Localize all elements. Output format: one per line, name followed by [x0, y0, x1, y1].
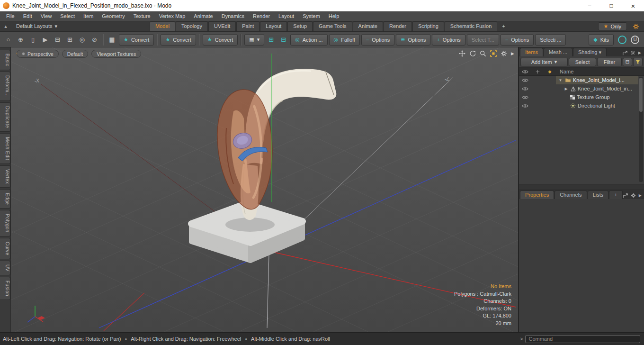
3d-viewport[interactable]: -X -Z — [11, 47, 518, 332]
mirror-tool-icon[interactable]: ⊟ — [52, 35, 63, 45]
tab-paint[interactable]: Paint — [236, 21, 259, 31]
eye-icon[interactable] — [522, 95, 528, 100]
radial-tool-icon[interactable]: ◎ — [77, 35, 88, 45]
menu-view[interactable]: View — [36, 11, 56, 21]
menu-item[interactable]: Item — [79, 11, 98, 21]
panel-gear-icon[interactable] — [631, 193, 636, 198]
menu-help[interactable]: Help — [324, 11, 344, 21]
filter-funnel-button[interactable] — [633, 58, 643, 66]
tree-scrollbar-thumb[interactable] — [639, 78, 643, 112]
camera-view-button[interactable]: Perspective — [17, 50, 59, 58]
sync-status-icon[interactable] — [618, 36, 626, 44]
menu-geometry[interactable]: Geometry — [98, 11, 129, 21]
collapse-all-button[interactable]: ⊟ — [623, 58, 632, 66]
cursor-tool-icon[interactable]: ▶ — [40, 35, 51, 45]
tab-scripting[interactable]: Scripting — [412, 21, 444, 31]
capsule-tool-icon[interactable]: ▯ — [27, 35, 38, 45]
tab-mesh-ops[interactable]: Mesh ... — [544, 48, 572, 56]
tab-uvedit[interactable]: UVEdit — [208, 21, 236, 31]
tree-row-texture-group[interactable]: Texture Group — [519, 93, 644, 101]
popout-icon[interactable] — [623, 51, 627, 55]
options-button-4[interactable]: ≡ Options — [501, 34, 534, 45]
maximize-button[interactable]: □ — [600, 0, 622, 11]
tree-row-group[interactable]: ▼ Knee_Joint_Model_i... — [519, 76, 644, 84]
sidebar-tab-uv[interactable]: UV — [0, 261, 10, 275]
tab-setup[interactable]: Setup — [287, 21, 313, 31]
tree-scrollbar[interactable] — [639, 77, 643, 182]
select-through-button[interactable]: Select T... — [467, 34, 499, 45]
close-button[interactable]: × — [622, 0, 644, 11]
menu-dynamics[interactable]: Dynamics — [217, 11, 249, 21]
menu-layout[interactable]: Layout — [274, 11, 298, 21]
add-panel-tab-button[interactable]: + — [609, 191, 622, 199]
array-tool-icon[interactable]: ⊞ — [64, 35, 75, 45]
options-button-2[interactable]: ⊕ Options — [396, 34, 430, 45]
tab-shading[interactable]: Shading ▾ — [573, 48, 607, 56]
orbit-icon[interactable] — [469, 50, 476, 57]
tab-render[interactable]: Render — [384, 21, 412, 31]
tab-layout[interactable]: Layout — [260, 21, 287, 31]
eye-icon[interactable] — [522, 87, 528, 91]
command-input[interactable] — [525, 335, 640, 343]
menu-edit[interactable]: Edit — [19, 11, 36, 21]
panel-arrow-icon[interactable]: ▶ — [638, 51, 641, 55]
panel-arrow-icon[interactable]: ▶ — [639, 193, 642, 198]
tab-game-tools[interactable]: Game Tools — [313, 21, 352, 31]
layouts-home-icon[interactable]: ▴ — [0, 21, 11, 31]
primitive-dropdown[interactable]: ▦ ▾ — [244, 34, 264, 45]
replicate-tool-icon[interactable]: ⊟ — [278, 35, 289, 45]
menu-system[interactable]: System — [298, 11, 324, 21]
sidebar-tab-polygon[interactable]: Polygon — [0, 210, 10, 236]
action-center-button[interactable]: ◎ Action ... — [290, 34, 327, 45]
tab-channels[interactable]: Channels — [555, 191, 587, 199]
sidebar-tab-mesh-edit[interactable]: Mesh Edit — [0, 133, 10, 164]
zoom-icon[interactable] — [480, 50, 486, 57]
user-account-icon[interactable]: U — [631, 36, 639, 44]
tab-properties[interactable]: Properties — [520, 191, 554, 199]
tree-row-mesh[interactable]: ▶ Knee_Joint_Model_in... — [519, 84, 644, 93]
cube-tool-icon[interactable]: ▦ — [107, 35, 117, 45]
falloff-button[interactable]: ◎ Falloff — [329, 34, 360, 45]
sidebar-tab-vertex[interactable]: Vertex — [0, 165, 10, 188]
tab-schematic-fusion[interactable]: Schematic Fusion — [445, 21, 497, 31]
panel-splitter[interactable] — [519, 184, 644, 190]
only-button[interactable]: ★ Only — [598, 22, 627, 30]
ellipse-tool-icon[interactable]: ○ — [3, 35, 14, 45]
popout-icon[interactable] — [623, 193, 628, 198]
viewport-arrow-icon[interactable]: ▶ — [511, 51, 514, 56]
sidebar-tab-deform[interactable]: Deform... — [0, 72, 10, 101]
menu-animate[interactable]: Animate — [189, 11, 217, 21]
tab-model[interactable]: Model — [150, 21, 175, 31]
kits-button[interactable]: ◆ Kits — [589, 34, 614, 45]
gear-icon[interactable] — [633, 23, 639, 30]
options-button-3[interactable]: + Options — [432, 34, 465, 45]
pan-icon[interactable] — [459, 50, 465, 57]
convert-button-3[interactable]: ★ Convert — [203, 34, 238, 45]
sidebar-tab-edge[interactable]: Edge — [0, 189, 10, 209]
viewport-textures-button[interactable]: Viewport Textures — [91, 50, 141, 58]
convert-button-2[interactable]: ★ Convert — [161, 34, 196, 45]
eye-icon[interactable] — [522, 104, 528, 108]
menu-texture[interactable]: Texture — [129, 11, 155, 21]
filter-button[interactable]: Filter — [597, 58, 622, 66]
sphere-tool-icon[interactable]: ⊕ — [15, 35, 26, 45]
minimize-button[interactable]: – — [579, 0, 600, 11]
tab-topology[interactable]: Topology — [176, 21, 208, 31]
viewport-canvas[interactable]: -X -Z — [11, 47, 518, 332]
menu-select[interactable]: Select — [56, 11, 79, 21]
options-button-1[interactable]: ≡ Options — [361, 34, 394, 45]
add-item-button[interactable]: Add Item ▾ — [520, 58, 568, 66]
tab-items[interactable]: Items — [520, 48, 543, 56]
shading-style-button[interactable]: Default — [62, 50, 88, 58]
sidebar-tab-fusion[interactable]: Fusion — [0, 277, 10, 300]
expand-arrow-icon[interactable]: ▶ — [564, 87, 569, 91]
convert-button-1[interactable]: ★ Convert — [119, 34, 154, 45]
selection-button[interactable]: Selecti ... — [535, 34, 566, 45]
eye-icon[interactable] — [522, 78, 528, 82]
menu-file[interactable]: File — [2, 11, 19, 21]
add-layout-tab-button[interactable]: + — [498, 21, 509, 31]
slice-tool-icon[interactable]: ⊘ — [89, 35, 100, 45]
layouts-dropdown[interactable]: Default Layouts ▾ — [11, 21, 62, 31]
sidebar-tab-basic[interactable]: Basic — [0, 50, 10, 70]
instance-tool-icon[interactable]: ⊞ — [266, 35, 277, 45]
